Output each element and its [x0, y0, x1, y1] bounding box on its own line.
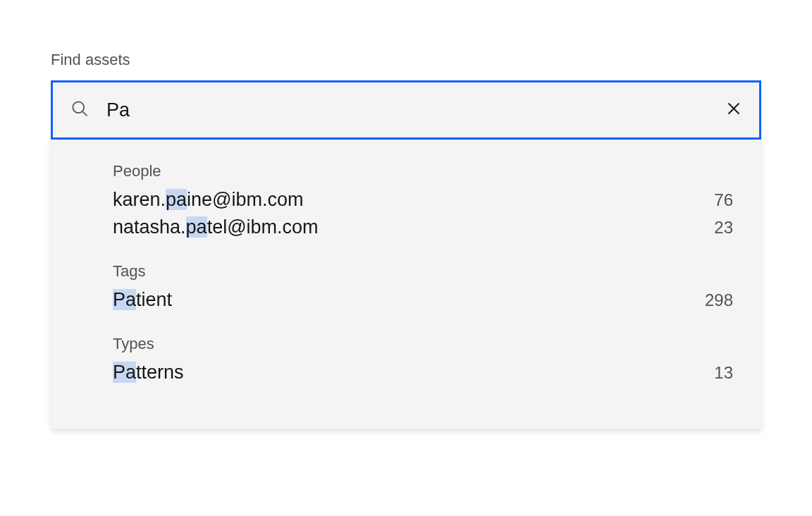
svg-line-1	[82, 111, 87, 116]
result-count: 298	[705, 290, 733, 310]
result-text: karen.paine@ibm.com	[113, 189, 304, 211]
search-container: Find assets People karen.paine@ibm.com 7…	[51, 51, 761, 429]
search-input[interactable]	[90, 99, 725, 121]
result-count: 23	[714, 218, 733, 238]
result-item[interactable]: Patterns 13	[113, 359, 733, 386]
result-item[interactable]: karen.paine@ibm.com 76	[113, 186, 733, 214]
group-heading: Types	[113, 335, 733, 353]
clear-button[interactable]	[725, 100, 742, 120]
result-group-people: People karen.paine@ibm.com 76 natasha.pa…	[113, 162, 733, 241]
search-label: Find assets	[51, 51, 761, 69]
result-count: 13	[714, 363, 733, 383]
result-group-tags: Tags Patient 298	[113, 262, 733, 314]
search-dropdown: People karen.paine@ibm.com 76 natasha.pa…	[51, 140, 761, 429]
group-heading: Tags	[113, 262, 733, 281]
search-icon	[70, 99, 90, 121]
result-item[interactable]: natasha.patel@ibm.com 23	[113, 214, 733, 241]
group-heading: People	[113, 162, 733, 180]
search-box[interactable]	[51, 80, 761, 140]
result-text: natasha.patel@ibm.com	[113, 216, 319, 238]
result-text: Patterns	[113, 362, 184, 383]
svg-point-0	[73, 102, 84, 113]
result-count: 76	[714, 190, 733, 210]
result-text: Patient	[113, 289, 172, 311]
result-item[interactable]: Patient 298	[113, 286, 733, 314]
result-group-types: Types Patterns 13	[113, 335, 733, 386]
